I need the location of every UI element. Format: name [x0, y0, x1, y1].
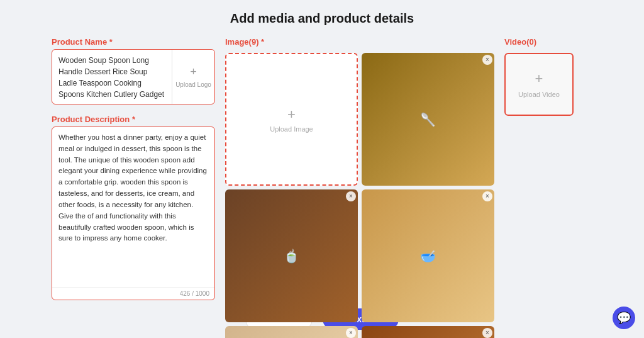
middle-column: Image(9) * + Upload Image 🥄 × 🍵 ×: [225, 37, 494, 300]
remove-image-1-button[interactable]: ×: [482, 55, 492, 65]
image-label: Image(9) *: [225, 37, 494, 47]
upload-video-label: Upload Video: [518, 91, 560, 98]
left-column: Product Name * Wooden Soup Spoon Long Ha…: [52, 37, 215, 300]
upload-logo-button[interactable]: + Upload Logo: [172, 50, 214, 104]
upload-image-plus-icon: +: [287, 106, 296, 123]
right-column: Video(0) + Upload Video: [504, 37, 592, 300]
image-item: 🥄 ×: [362, 53, 494, 186]
product-name-text: Wooden Soup Spoon Long Handle Dessert Ri…: [52, 50, 172, 104]
product-desc-label: Product Description *: [52, 115, 215, 124]
image-thumbnail-2: 🍵: [225, 189, 358, 322]
image-thumbnail-4: 🍴: [225, 326, 358, 338]
product-name-section: Product Name * Wooden Soup Spoon Long Ha…: [52, 37, 215, 104]
upload-video-button[interactable]: + Upload Video: [504, 53, 574, 116]
product-name-box: Wooden Soup Spoon Long Handle Dessert Ri…: [52, 49, 215, 104]
video-section-header: Video(0): [504, 37, 592, 49]
video-label: Video(0): [504, 37, 592, 47]
image-thumbnail-1: 🥄: [362, 53, 494, 186]
upload-logo-plus-icon: +: [190, 65, 197, 79]
product-desc-text: Whether you host a dinner party, enjoy a…: [52, 127, 214, 287]
image-item: 🥄 ×: [362, 326, 494, 338]
remove-image-3-button[interactable]: ×: [482, 191, 492, 201]
remove-image-4-button[interactable]: ×: [346, 328, 356, 338]
remove-image-5-button[interactable]: ×: [482, 328, 492, 338]
image-item: 🍵 ×: [225, 189, 358, 322]
chat-icon: 💬: [617, 311, 631, 325]
product-name-label: Product Name *: [52, 37, 215, 47]
image-thumbnail-3: 🥣: [362, 189, 494, 322]
product-desc-section: Product Description * Whether you host a…: [52, 115, 215, 300]
product-desc-box[interactable]: Whether you host a dinner party, enjoy a…: [52, 127, 215, 300]
upload-video-plus-icon: +: [535, 70, 543, 87]
image-thumbnail-5: 🥄: [362, 326, 494, 338]
chat-support-button[interactable]: 💬: [613, 307, 635, 329]
remove-image-2-button[interactable]: ×: [346, 191, 356, 201]
page-wrapper: Add media and product details Product Na…: [0, 0, 644, 338]
main-content: Product Name * Wooden Soup Spoon Long Ha…: [52, 37, 592, 300]
upload-image-label: Upload Image: [270, 125, 313, 133]
image-item: 🍴 ×: [225, 326, 358, 338]
image-section-header: Image(9) *: [225, 37, 494, 49]
char-count: 426 / 1000: [52, 287, 214, 300]
image-grid: + Upload Image 🥄 × 🍵 × 🥣 ×: [225, 53, 494, 338]
image-item: 🥣 ×: [362, 189, 494, 322]
page-title: Add media and product details: [230, 11, 414, 26]
upload-image-button[interactable]: + Upload Image: [225, 53, 358, 186]
upload-logo-label: Upload Logo: [175, 81, 211, 88]
